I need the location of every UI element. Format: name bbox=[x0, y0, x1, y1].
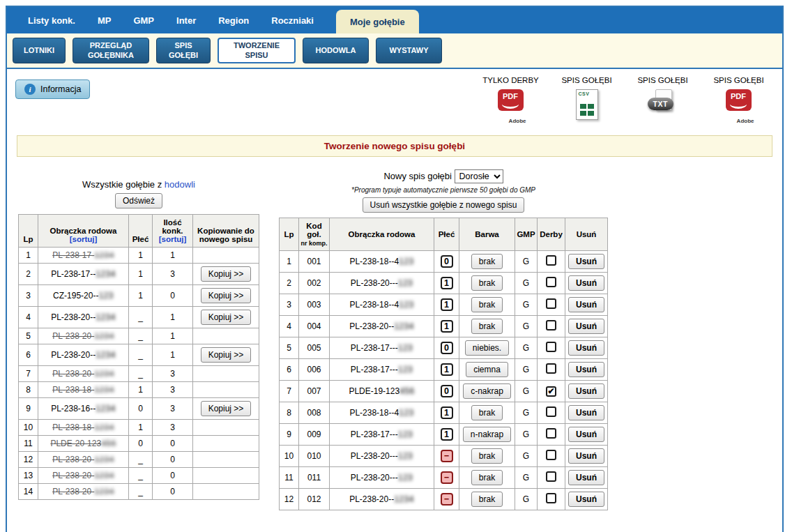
ring-cell: PL-238-17--1234 bbox=[38, 264, 129, 285]
nav-item[interactable]: MP bbox=[98, 7, 112, 33]
subnav-button[interactable]: TWORZENIE SPISU bbox=[218, 38, 296, 63]
derby-checkbox[interactable]: ✔ bbox=[546, 386, 556, 397]
sex-toggle[interactable]: 0 bbox=[441, 255, 453, 268]
sex-toggle[interactable]: 1 bbox=[441, 320, 453, 333]
export-item[interactable]: SPIS GOŁĘBIPDFAdobe bbox=[702, 76, 775, 126]
ring-number: PL-238-20- bbox=[52, 471, 94, 480]
derby-checkbox[interactable] bbox=[546, 320, 556, 330]
toolbar: i Informacja TYLKO DERBYPDFAdobeSPIS GOŁ… bbox=[7, 69, 782, 126]
delete-button[interactable]: Usuń bbox=[568, 405, 604, 420]
export-item[interactable]: SPIS GOŁĘBITXT bbox=[626, 76, 699, 126]
sex-toggle[interactable]: − bbox=[441, 450, 453, 462]
delete-button[interactable]: Usuń bbox=[568, 492, 604, 507]
pdf-icon[interactable]: PDFAdobe bbox=[723, 89, 755, 126]
color-button[interactable]: brak bbox=[471, 297, 503, 312]
sex-cell: − bbox=[434, 446, 459, 467]
color-button[interactable]: brak bbox=[471, 319, 503, 334]
txt-icon[interactable]: TXT bbox=[646, 89, 680, 123]
color-button[interactable]: brak bbox=[471, 275, 503, 291]
delete-button[interactable]: Usuń bbox=[568, 254, 604, 269]
copy-cell bbox=[193, 436, 259, 452]
subnav-button[interactable]: LOTNIKI bbox=[13, 38, 66, 63]
sex-toggle[interactable]: 1 bbox=[441, 277, 453, 289]
derby-checkbox[interactable] bbox=[546, 493, 556, 503]
color-button[interactable]: brak bbox=[471, 405, 503, 420]
nav-item[interactable]: Roczniaki bbox=[271, 7, 314, 33]
list-type-select[interactable]: Dorosłe bbox=[455, 169, 503, 183]
color-button[interactable]: niebies. bbox=[465, 340, 509, 356]
nav-item[interactable]: Inter bbox=[176, 7, 196, 33]
color-button[interactable]: n-nakrap bbox=[463, 427, 511, 442]
color-button[interactable]: brak bbox=[471, 492, 503, 507]
derby-checkbox[interactable] bbox=[546, 342, 556, 352]
refresh-button[interactable]: Odśwież bbox=[115, 193, 162, 208]
delete-button[interactable]: Usuń bbox=[568, 470, 604, 485]
derby-checkbox[interactable] bbox=[546, 255, 556, 266]
subnav-button[interactable]: HODOWLA bbox=[303, 38, 369, 63]
sex-toggle[interactable]: 1 bbox=[441, 298, 453, 311]
color-button[interactable]: brak bbox=[471, 448, 503, 464]
export-item[interactable]: TYLKO DERBYPDFAdobe bbox=[474, 76, 547, 126]
delete-button[interactable]: Usuń bbox=[568, 448, 604, 464]
subnav-button[interactable]: PRZEGLĄD GOŁĘBNIKA bbox=[73, 38, 149, 63]
delete-button[interactable]: Usuń bbox=[568, 383, 604, 399]
ring-cell: PL-238-18-1234 bbox=[38, 420, 129, 436]
subnav-button[interactable]: WYSTAWY bbox=[376, 38, 442, 63]
csv-icon[interactable]: CSV bbox=[572, 89, 602, 124]
sex-toggle[interactable]: 1 bbox=[441, 363, 453, 376]
derby-checkbox[interactable] bbox=[546, 428, 556, 439]
delete-button[interactable]: Usuń bbox=[568, 340, 604, 356]
delete-button[interactable]: Usuń bbox=[568, 319, 604, 334]
breeding-link[interactable]: hodowli bbox=[165, 179, 195, 190]
delete-button[interactable]: Usuń bbox=[568, 362, 604, 377]
sort-link[interactable]: [sortuj] bbox=[159, 235, 187, 243]
color-button[interactable]: brak bbox=[471, 470, 503, 485]
copy-button[interactable]: Kopiuj >> bbox=[201, 347, 252, 363]
color-button[interactable]: ciemna bbox=[466, 362, 508, 377]
sex-cell: 0 bbox=[129, 436, 153, 452]
nav-item[interactable]: Region bbox=[218, 7, 249, 33]
delete-button[interactable]: Usuń bbox=[568, 297, 604, 312]
color-button[interactable]: brak bbox=[471, 254, 503, 269]
derby-checkbox[interactable] bbox=[546, 363, 556, 374]
nav-item[interactable]: Moje gołębie bbox=[336, 10, 419, 33]
copy-button[interactable]: Kopiuj >> bbox=[201, 288, 252, 303]
ring-cell: PL-238-20--1234 bbox=[38, 344, 129, 366]
sex-toggle[interactable]: − bbox=[441, 471, 453, 484]
sex-toggle[interactable]: 0 bbox=[441, 385, 453, 397]
nav-item[interactable]: GMP bbox=[133, 7, 154, 33]
pdf-icon[interactable]: PDFAdobe bbox=[495, 89, 527, 126]
derby-checkbox[interactable] bbox=[546, 406, 556, 417]
col-copy: Kopiowanie do nowego spisu bbox=[193, 215, 259, 248]
ring-number: PL-238-20-- bbox=[349, 321, 394, 331]
subnav-button[interactable]: SPIS GOŁĘBI bbox=[156, 38, 211, 63]
derby-cell bbox=[538, 446, 565, 467]
lp-cell: 9 bbox=[19, 398, 38, 420]
delete-button[interactable]: Usuń bbox=[568, 427, 604, 442]
nav-item[interactable]: Listy konk. bbox=[28, 7, 75, 33]
derby-checkbox[interactable] bbox=[546, 277, 556, 287]
derby-checkbox[interactable] bbox=[546, 471, 556, 482]
lp-cell: 3 bbox=[19, 285, 38, 307]
lp-cell: 6 bbox=[280, 359, 299, 381]
ring-number: PLDE-19-123 bbox=[349, 386, 399, 396]
ring-number: PL-238-20- bbox=[52, 369, 94, 379]
copy-button[interactable]: Kopiuj >> bbox=[201, 401, 252, 416]
sex-toggle[interactable]: 0 bbox=[441, 342, 453, 354]
sex-toggle[interactable]: 1 bbox=[441, 428, 453, 441]
copy-button[interactable]: Kopiuj >> bbox=[201, 310, 252, 325]
ring-cell: PL-238-18-1234 bbox=[38, 382, 129, 398]
info-icon: i bbox=[24, 84, 36, 95]
export-item[interactable]: SPIS GOŁĘBICSV bbox=[550, 76, 623, 126]
sex-toggle[interactable]: − bbox=[441, 493, 453, 506]
info-button[interactable]: i Informacja bbox=[15, 79, 90, 99]
color-button[interactable]: c-nakrap bbox=[463, 383, 511, 399]
delete-button[interactable]: Usuń bbox=[568, 275, 604, 291]
clear-list-button[interactable]: Usuń wszystkie gołębie z nowego spisu bbox=[363, 197, 525, 213]
lp-cell: 1 bbox=[280, 251, 299, 273]
derby-checkbox[interactable] bbox=[546, 450, 556, 460]
sort-link[interactable]: [sortuj] bbox=[70, 235, 98, 243]
copy-button[interactable]: Kopiuj >> bbox=[201, 266, 252, 282]
derby-checkbox[interactable] bbox=[546, 298, 556, 309]
sex-toggle[interactable]: 1 bbox=[441, 406, 453, 419]
